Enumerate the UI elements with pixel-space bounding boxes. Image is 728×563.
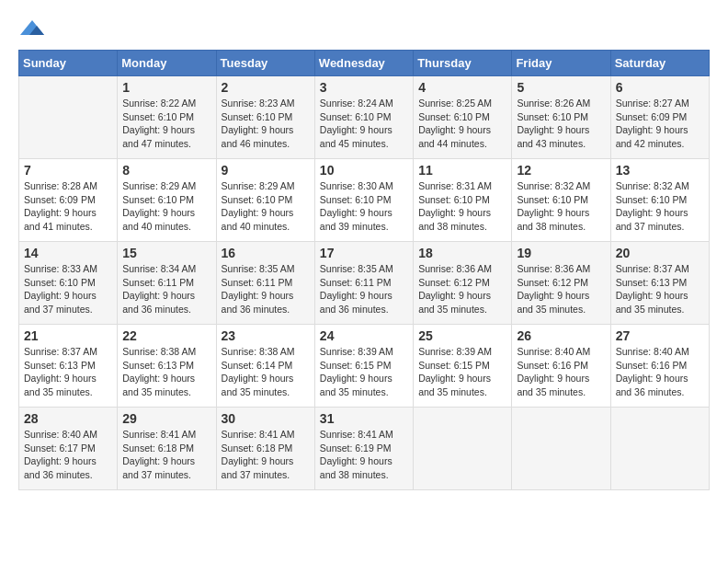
day-info: Sunrise: 8:33 AM Sunset: 6:10 PM Dayligh… xyxy=(24,262,112,316)
calendar-cell: 5Sunrise: 8:26 AM Sunset: 6:10 PM Daylig… xyxy=(512,76,610,159)
day-info: Sunrise: 8:31 AM Sunset: 6:10 PM Dayligh… xyxy=(418,179,506,234)
day-info: Sunrise: 8:40 AM Sunset: 6:16 PM Dayligh… xyxy=(616,345,704,399)
calendar-cell: 7Sunrise: 8:28 AM Sunset: 6:09 PM Daylig… xyxy=(19,159,118,242)
day-info: Sunrise: 8:25 AM Sunset: 6:10 PM Dayligh… xyxy=(418,97,506,151)
day-number: 31 xyxy=(320,411,408,426)
calendar-cell: 21Sunrise: 8:37 AM Sunset: 6:13 PM Dayli… xyxy=(19,325,118,408)
logo-icon xyxy=(18,18,46,40)
day-number: 13 xyxy=(616,163,704,178)
week-row: 1Sunrise: 8:22 AM Sunset: 6:10 PM Daylig… xyxy=(19,76,710,159)
header-cell-thursday: Thursday xyxy=(414,51,512,76)
day-number: 12 xyxy=(517,163,605,178)
day-info: Sunrise: 8:37 AM Sunset: 6:13 PM Dayligh… xyxy=(616,262,704,316)
day-number: 20 xyxy=(616,246,704,260)
day-info: Sunrise: 8:32 AM Sunset: 6:10 PM Dayligh… xyxy=(517,179,605,234)
week-row: 7Sunrise: 8:28 AM Sunset: 6:09 PM Daylig… xyxy=(19,159,710,242)
day-number: 25 xyxy=(418,328,506,343)
calendar-cell: 29Sunrise: 8:41 AM Sunset: 6:18 PM Dayli… xyxy=(118,408,216,490)
calendar-cell: 10Sunrise: 8:30 AM Sunset: 6:10 PM Dayli… xyxy=(314,159,413,242)
day-number: 14 xyxy=(24,246,112,260)
day-number: 23 xyxy=(222,328,310,343)
header-cell-tuesday: Tuesday xyxy=(216,51,314,76)
calendar-header: SundayMondayTuesdayWednesdayThursdayFrid… xyxy=(19,51,710,76)
calendar-cell: 23Sunrise: 8:38 AM Sunset: 6:14 PM Dayli… xyxy=(216,325,314,408)
day-number: 24 xyxy=(320,328,408,343)
logo xyxy=(18,18,50,40)
calendar-cell: 28Sunrise: 8:40 AM Sunset: 6:17 PM Dayli… xyxy=(19,408,118,490)
day-info: Sunrise: 8:41 AM Sunset: 6:18 PM Dayligh… xyxy=(122,428,210,482)
calendar-cell: 26Sunrise: 8:40 AM Sunset: 6:16 PM Dayli… xyxy=(512,325,610,408)
day-info: Sunrise: 8:27 AM Sunset: 6:09 PM Dayligh… xyxy=(616,97,704,151)
header-cell-wednesday: Wednesday xyxy=(314,51,413,76)
calendar-cell: 12Sunrise: 8:32 AM Sunset: 6:10 PM Dayli… xyxy=(512,159,610,242)
calendar-table: SundayMondayTuesdayWednesdayThursdayFrid… xyxy=(18,50,710,490)
calendar-cell: 14Sunrise: 8:33 AM Sunset: 6:10 PM Dayli… xyxy=(19,242,118,325)
calendar-cell: 30Sunrise: 8:41 AM Sunset: 6:18 PM Dayli… xyxy=(216,408,314,490)
day-number: 27 xyxy=(616,328,704,343)
day-info: Sunrise: 8:35 AM Sunset: 6:11 PM Dayligh… xyxy=(222,262,310,316)
day-info: Sunrise: 8:40 AM Sunset: 6:17 PM Dayligh… xyxy=(24,428,112,482)
day-number: 2 xyxy=(222,80,310,95)
calendar-cell: 11Sunrise: 8:31 AM Sunset: 6:10 PM Dayli… xyxy=(414,159,512,242)
calendar-cell: 4Sunrise: 8:25 AM Sunset: 6:10 PM Daylig… xyxy=(414,76,512,159)
day-number: 6 xyxy=(616,80,704,95)
calendar-body: 1Sunrise: 8:22 AM Sunset: 6:10 PM Daylig… xyxy=(19,76,710,490)
day-info: Sunrise: 8:36 AM Sunset: 6:12 PM Dayligh… xyxy=(418,262,506,316)
week-row: 28Sunrise: 8:40 AM Sunset: 6:17 PM Dayli… xyxy=(19,408,710,490)
day-number: 29 xyxy=(122,411,210,426)
calendar-cell: 31Sunrise: 8:41 AM Sunset: 6:19 PM Dayli… xyxy=(314,408,413,490)
day-number: 10 xyxy=(320,163,408,178)
day-number: 30 xyxy=(222,411,310,426)
header-cell-saturday: Saturday xyxy=(610,51,709,76)
header-cell-sunday: Sunday xyxy=(19,51,118,76)
day-info: Sunrise: 8:41 AM Sunset: 6:18 PM Dayligh… xyxy=(222,428,310,482)
calendar-cell: 25Sunrise: 8:39 AM Sunset: 6:15 PM Dayli… xyxy=(414,325,512,408)
day-info: Sunrise: 8:35 AM Sunset: 6:11 PM Dayligh… xyxy=(320,262,408,316)
day-number: 17 xyxy=(320,246,408,260)
day-info: Sunrise: 8:29 AM Sunset: 6:10 PM Dayligh… xyxy=(222,179,310,234)
day-info: Sunrise: 8:30 AM Sunset: 6:10 PM Dayligh… xyxy=(320,179,408,234)
day-info: Sunrise: 8:40 AM Sunset: 6:16 PM Dayligh… xyxy=(517,345,605,399)
calendar-cell: 20Sunrise: 8:37 AM Sunset: 6:13 PM Dayli… xyxy=(610,242,709,325)
calendar-cell xyxy=(414,408,512,490)
day-number: 4 xyxy=(418,80,506,95)
day-number: 28 xyxy=(24,411,112,426)
calendar-cell: 19Sunrise: 8:36 AM Sunset: 6:12 PM Dayli… xyxy=(512,242,610,325)
page-header xyxy=(18,18,710,40)
calendar-cell: 18Sunrise: 8:36 AM Sunset: 6:12 PM Dayli… xyxy=(414,242,512,325)
day-number: 21 xyxy=(24,328,112,343)
day-number: 15 xyxy=(122,246,210,260)
calendar-cell: 1Sunrise: 8:22 AM Sunset: 6:10 PM Daylig… xyxy=(118,76,216,159)
calendar-cell: 2Sunrise: 8:23 AM Sunset: 6:10 PM Daylig… xyxy=(216,76,314,159)
calendar-cell xyxy=(512,408,610,490)
day-number: 16 xyxy=(222,246,310,260)
day-number: 8 xyxy=(122,163,210,178)
day-number: 26 xyxy=(517,328,605,343)
day-info: Sunrise: 8:39 AM Sunset: 6:15 PM Dayligh… xyxy=(320,345,408,399)
day-info: Sunrise: 8:38 AM Sunset: 6:13 PM Dayligh… xyxy=(122,345,210,399)
day-number: 11 xyxy=(418,163,506,178)
day-info: Sunrise: 8:39 AM Sunset: 6:15 PM Dayligh… xyxy=(418,345,506,399)
calendar-cell xyxy=(19,76,118,159)
calendar-cell: 8Sunrise: 8:29 AM Sunset: 6:10 PM Daylig… xyxy=(118,159,216,242)
calendar-cell: 6Sunrise: 8:27 AM Sunset: 6:09 PM Daylig… xyxy=(610,76,709,159)
day-number: 18 xyxy=(418,246,506,260)
calendar-cell: 22Sunrise: 8:38 AM Sunset: 6:13 PM Dayli… xyxy=(118,325,216,408)
calendar-cell: 13Sunrise: 8:32 AM Sunset: 6:10 PM Dayli… xyxy=(610,159,709,242)
calendar-cell: 3Sunrise: 8:24 AM Sunset: 6:10 PM Daylig… xyxy=(314,76,413,159)
day-number: 1 xyxy=(122,80,210,95)
header-row: SundayMondayTuesdayWednesdayThursdayFrid… xyxy=(19,51,710,76)
day-info: Sunrise: 8:24 AM Sunset: 6:10 PM Dayligh… xyxy=(320,97,408,151)
day-info: Sunrise: 8:26 AM Sunset: 6:10 PM Dayligh… xyxy=(517,97,605,151)
day-number: 3 xyxy=(320,80,408,95)
day-info: Sunrise: 8:29 AM Sunset: 6:10 PM Dayligh… xyxy=(122,179,210,234)
header-cell-monday: Monday xyxy=(118,51,216,76)
day-info: Sunrise: 8:41 AM Sunset: 6:19 PM Dayligh… xyxy=(320,428,408,482)
calendar-cell xyxy=(610,408,709,490)
week-row: 14Sunrise: 8:33 AM Sunset: 6:10 PM Dayli… xyxy=(19,242,710,325)
day-info: Sunrise: 8:23 AM Sunset: 6:10 PM Dayligh… xyxy=(222,97,310,151)
day-number: 19 xyxy=(517,246,605,260)
day-info: Sunrise: 8:28 AM Sunset: 6:09 PM Dayligh… xyxy=(24,179,112,234)
day-number: 5 xyxy=(517,80,605,95)
week-row: 21Sunrise: 8:37 AM Sunset: 6:13 PM Dayli… xyxy=(19,325,710,408)
